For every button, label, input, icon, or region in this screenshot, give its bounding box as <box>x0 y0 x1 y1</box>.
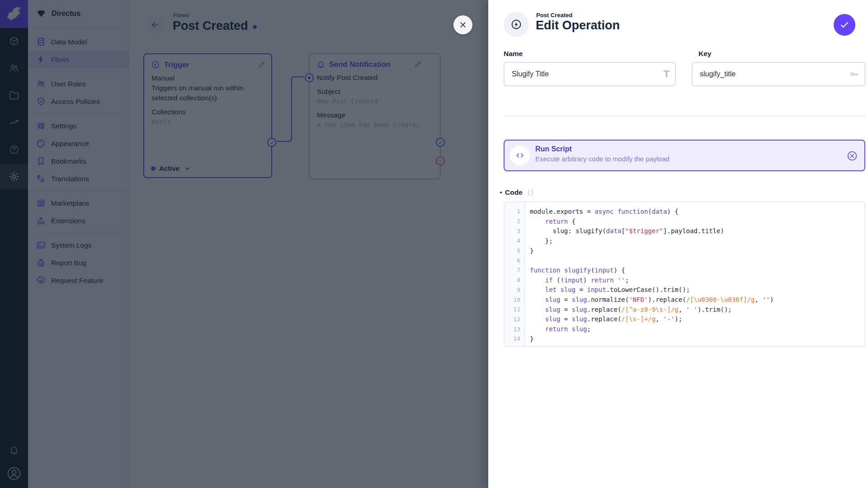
braces-icon <box>527 189 534 197</box>
code-line-text: module.exports = async function(data) { <box>524 208 679 215</box>
code-line: 2 return { <box>505 216 864 226</box>
code-line: 10 slug = slug.normalize('NFD').replace(… <box>505 295 864 305</box>
line-number: 2 <box>505 218 524 225</box>
run-script-title: Run Script <box>535 145 572 153</box>
key-input[interactable] <box>692 62 865 86</box>
line-number: 13 <box>505 326 524 333</box>
close-drawer-button[interactable] <box>453 15 472 34</box>
code-line: 13 return slug; <box>505 324 864 334</box>
drawer-title: Edit Operation <box>536 19 620 33</box>
code-editor[interactable]: 1module.exports = async function(data) {… <box>504 202 865 347</box>
code-icon <box>510 145 530 165</box>
line-number: 12 <box>505 316 524 323</box>
code-line-text: slug: slugify(data["$trigger"].payload.t… <box>524 227 724 235</box>
code-line-text: return { <box>524 218 576 225</box>
code-line: 8 if (!input) return ''; <box>505 275 864 285</box>
code-line-text: slug = slug.replace(/[^a-z0-9\s-]/g, ' '… <box>524 306 732 313</box>
operation-type-icon-button[interactable] <box>504 12 529 37</box>
code-line: 3 slug: slugify(data["$trigger"].payload… <box>505 226 864 236</box>
line-number: 6 <box>505 257 524 264</box>
code-line: 1module.exports = async function(data) { <box>505 206 864 216</box>
code-line: 6 <box>505 255 864 265</box>
code-line-text: if (!input) return ''; <box>524 277 629 284</box>
line-number: 11 <box>505 306 524 313</box>
code-field-header: Code <box>500 188 534 197</box>
code-line-text: slug = slug.normalize('NFD').replace(/[\… <box>524 296 774 303</box>
line-number: 9 <box>505 286 524 293</box>
line-number: 10 <box>505 296 524 303</box>
check-icon <box>840 20 849 30</box>
code-line-text: }; <box>524 237 553 244</box>
code-line: 14} <box>505 334 864 344</box>
line-number: 7 <box>505 267 524 273</box>
deselect-operation-button[interactable] <box>846 150 858 162</box>
drawer-overlay[interactable] <box>0 0 488 488</box>
bolt-circle-icon <box>510 19 522 30</box>
code-line: 4 }; <box>505 236 864 246</box>
name-label: Name <box>504 50 523 58</box>
code-line: 7function slugify(input) { <box>505 265 864 275</box>
line-number: 14 <box>505 335 524 342</box>
x-circle-icon <box>846 150 858 162</box>
line-number: 5 <box>505 247 524 254</box>
code-line-text: return slug; <box>524 325 591 333</box>
code-line-text: } <box>524 335 533 343</box>
edit-operation-drawer: Post Created Edit Operation Name T Key R… <box>488 0 868 488</box>
code-line-text: } <box>524 247 533 254</box>
run-script-subtitle: Execute arbitrary code to modify the pay… <box>535 155 670 163</box>
code-line-text: function slugify(input) { <box>524 267 625 274</box>
key-label: Key <box>698 50 711 58</box>
code-line: 9 let slug = input.toLowerCase().trim(); <box>505 285 864 295</box>
code-label: Code <box>505 188 523 197</box>
edited-dot <box>500 192 502 193</box>
line-number: 4 <box>505 237 524 244</box>
save-button[interactable] <box>834 14 855 36</box>
name-input[interactable] <box>504 62 676 86</box>
divider <box>504 116 865 117</box>
key-icon <box>849 62 859 86</box>
code-line-text: slug = slug.replace(/[\s-]+/g, '-'); <box>524 315 682 323</box>
line-number: 1 <box>505 208 524 215</box>
code-line-text: let slug = input.toLowerCase().trim(); <box>524 286 690 293</box>
code-line: 11 slug = slug.replace(/[^a-z0-9\s-]/g, … <box>505 305 864 314</box>
close-icon <box>459 21 467 29</box>
run-script-banner[interactable]: Run Script Execute arbitrary code to mod… <box>504 140 865 171</box>
line-number: 8 <box>505 277 524 283</box>
title-formatter-icon: T <box>664 62 670 86</box>
drawer-breadcrumb: Post Created <box>536 12 572 19</box>
code-lines: 1module.exports = async function(data) {… <box>505 202 864 344</box>
line-number: 3 <box>505 228 524 235</box>
code-line: 12 slug = slug.replace(/[\s-]+/g, '-'); <box>505 314 864 324</box>
code-line: 5} <box>505 246 864 256</box>
